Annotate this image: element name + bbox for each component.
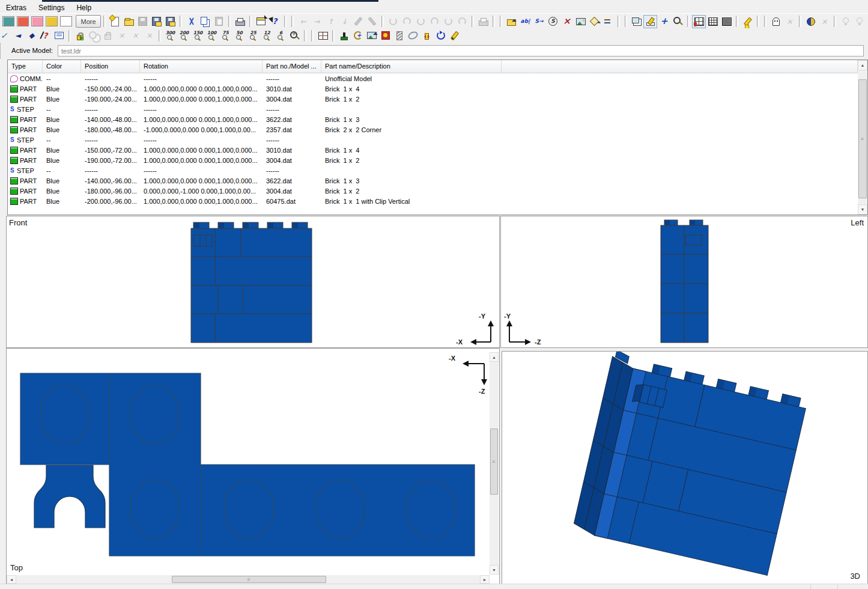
- dialog-box-button[interactable]: [52, 29, 66, 42]
- viewport-left[interactable]: Left -Y -Z: [500, 216, 868, 348]
- minifig-head-button[interactable]: [378, 29, 392, 42]
- spring-generator-button[interactable]: [392, 29, 406, 42]
- table-row[interactable]: STEP--------------------: [8, 165, 858, 175]
- add-picture-button[interactable]: [574, 15, 587, 28]
- light-one-button[interactable]: [839, 15, 852, 28]
- scroll-down-icon[interactable]: ▼: [490, 565, 499, 575]
- view-pictures-button[interactable]: [630, 15, 643, 28]
- palette-swatch-teal[interactable]: [2, 16, 14, 26]
- palette-swatch-salmon-red[interactable]: [17, 16, 29, 26]
- zoom-12-button[interactable]: 12: [260, 29, 274, 42]
- add-step-button[interactable]: S→: [532, 15, 546, 28]
- zoom-200-button[interactable]: 200: [177, 29, 191, 42]
- zoom-fit-button[interactable]: [288, 29, 302, 42]
- rotate-x-ccw-button[interactable]: [400, 15, 414, 28]
- zoom-6-button[interactable]: 6: [274, 29, 288, 42]
- move-mode-button[interactable]: [657, 15, 671, 28]
- print-button[interactable]: [233, 15, 247, 28]
- menu-extras[interactable]: Extras: [0, 3, 32, 13]
- paste-button[interactable]: [212, 15, 226, 28]
- menu-help[interactable]: Help: [70, 3, 97, 13]
- move-minus-x-button[interactable]: ←: [296, 15, 310, 28]
- properties-button[interactable]: [254, 15, 268, 28]
- what-is-this-button[interactable]: ?: [38, 29, 52, 42]
- table-scroll-thumb[interactable]: ≡: [858, 79, 867, 198]
- scroll-left-icon[interactable]: ◄: [7, 575, 16, 584]
- viewport-3d[interactable]: 3D: [502, 351, 868, 585]
- move-minus-z-button[interactable]: [351, 15, 365, 28]
- rotate-view-button[interactable]: [434, 29, 448, 42]
- column-position[interactable]: Position: [81, 60, 140, 73]
- rotate-y-ccw-button[interactable]: [428, 15, 442, 28]
- add-part-button[interactable]: [505, 15, 518, 28]
- zoom-50-button[interactable]: 50: [232, 29, 246, 42]
- minifig-generator-button[interactable]: [337, 29, 351, 42]
- lock-step-button[interactable]: [101, 29, 115, 42]
- draw-mode-pen-button[interactable]: [448, 29, 461, 42]
- scroll-up-icon[interactable]: ▲: [490, 352, 499, 362]
- rotate-y-cw-button[interactable]: [414, 15, 428, 28]
- column-color[interactable]: Color: [43, 60, 81, 73]
- save-file-button[interactable]: [136, 15, 150, 28]
- palette-swatch-pink[interactable]: [31, 16, 43, 26]
- top-v-scroll-thumb[interactable]: ≡: [490, 429, 498, 495]
- table-row[interactable]: PARTBlue-180.000,-96.00...0.000,0.000,-1…: [8, 186, 858, 196]
- column-rotation[interactable]: Rotation: [140, 60, 263, 73]
- table-row[interactable]: PARTBlue-150.000,-72.00...1.000,0.000,0.…: [8, 145, 858, 155]
- add-rotation-step-button[interactable]: S: [546, 15, 560, 28]
- grid-coarse-button[interactable]: [692, 15, 706, 28]
- column-part-name[interactable]: Part name/Description: [321, 60, 502, 73]
- show-whole-model-button[interactable]: ◆: [25, 29, 38, 42]
- open-file-button[interactable]: [122, 15, 136, 28]
- scroll-down-icon[interactable]: ▼: [858, 204, 867, 215]
- unlock-two-button[interactable]: ×: [129, 29, 142, 42]
- table-row[interactable]: PARTBlue-150.000,-24.00...1.000,0.000,0.…: [8, 84, 858, 94]
- edit-mode-button[interactable]: [643, 15, 657, 28]
- grid-fine-button[interactable]: [720, 15, 733, 28]
- scroll-right-icon[interactable]: ►: [480, 575, 490, 584]
- rotate-z-ccw-button[interactable]: [455, 15, 469, 28]
- palette-swatch-yellow[interactable]: [46, 16, 58, 26]
- table-row[interactable]: PARTBlue-190.000,-24.00...1.000,0.000,0.…: [8, 94, 858, 104]
- add-comment-button[interactable]: ab|: [518, 15, 532, 28]
- export-picture-button[interactable]: [365, 29, 378, 42]
- grid-medium-button[interactable]: [706, 15, 720, 28]
- table-row[interactable]: PARTBlue-180.000,-48.00...-1.000,0.000,0…: [8, 124, 858, 135]
- zoom-300-button[interactable]: 300: [163, 29, 177, 42]
- save-model-as-button[interactable]: [150, 15, 163, 28]
- change-pane-layout-button[interactable]: [316, 29, 330, 42]
- light-two-button[interactable]: [852, 15, 866, 28]
- apply-check-button[interactable]: ✓: [0, 29, 11, 42]
- viewport-top[interactable]: -X -Z Top ▲ ▼ ≡ ◄ ► ≡: [6, 348, 500, 585]
- add-primitive-button[interactable]: [587, 15, 601, 28]
- new-file-button[interactable]: [108, 15, 122, 28]
- move-minus-y-button[interactable]: ↑: [324, 15, 338, 28]
- table-row[interactable]: PARTBlue-140.000,-48.00...1.000,0.000,0.…: [8, 114, 858, 124]
- cut-button[interactable]: [184, 15, 198, 28]
- viewport-front[interactable]: Front -Y -X: [6, 216, 500, 348]
- zoom-25-button[interactable]: 25: [246, 29, 260, 42]
- hose-generator-button[interactable]: [406, 29, 420, 42]
- move-plus-z-button[interactable]: [365, 15, 379, 28]
- delete-entry-button[interactable]: ×: [560, 15, 574, 28]
- remove-minifig-button[interactable]: ×: [783, 15, 797, 28]
- table-row[interactable]: COMM...--------------------Unofficial Mo…: [8, 73, 858, 84]
- column-type[interactable]: Type: [8, 60, 43, 73]
- table-row[interactable]: PARTBlue-190.000,-72.00...1.000,0.000,0.…: [8, 155, 858, 165]
- zoom-75-button[interactable]: 75: [219, 29, 232, 42]
- previous-step-button[interactable]: ◄: [11, 29, 25, 42]
- unlock-one-button[interactable]: ×: [115, 29, 129, 42]
- top-h-scroll-thumb[interactable]: ≡: [172, 576, 326, 583]
- scroll-up-icon[interactable]: ▲: [858, 60, 867, 70]
- move-plus-y-button[interactable]: ↓: [338, 15, 351, 28]
- color-dialog-button[interactable]: [804, 15, 818, 28]
- table-row[interactable]: PARTBlue-140.000,-96.00...1.000,0.000,0.…: [8, 175, 858, 186]
- column-part-no[interactable]: Part no./Model ...: [263, 60, 321, 73]
- swap-entries-button[interactable]: [601, 15, 615, 28]
- table-row[interactable]: STEP--------------------: [8, 104, 858, 114]
- active-model-input[interactable]: [58, 45, 864, 56]
- context-help-button[interactable]: ?: [268, 15, 282, 28]
- zoom-mode-button[interactable]: [671, 15, 685, 28]
- rotate-x-cw-button[interactable]: [386, 15, 400, 28]
- zoom-100-button[interactable]: 100: [205, 29, 219, 42]
